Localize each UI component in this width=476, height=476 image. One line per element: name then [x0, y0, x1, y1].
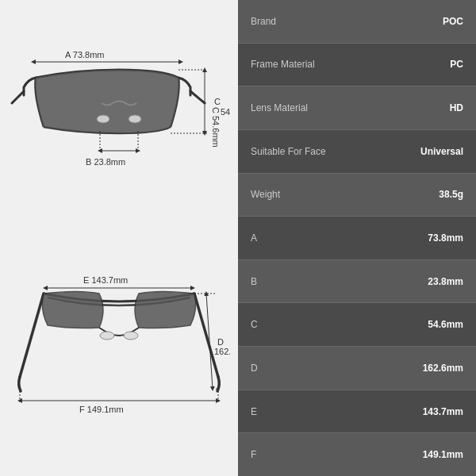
spec-value: 38.5g	[357, 189, 463, 200]
svg-line-15	[194, 294, 218, 377]
spec-label: F	[251, 449, 357, 460]
spec-label: Suitable For Face	[251, 146, 357, 157]
spec-value: 73.8mm	[357, 232, 463, 244]
svg-text:C: C	[214, 97, 221, 106]
svg-text:162.6mm: 162.6mm	[214, 347, 230, 356]
svg-line-14	[20, 294, 44, 377]
spec-value: 54.6mm	[357, 319, 463, 330]
spec-value: PC	[357, 59, 463, 70]
spec-value: HD	[357, 102, 463, 113]
svg-text:C  54.6mm: C 54.6mm	[211, 107, 221, 148]
spec-row-b: B23.8mm	[238, 260, 476, 304]
svg-point-16	[100, 332, 114, 340]
svg-text:B  23.8mm: B 23.8mm	[86, 157, 125, 167]
spec-row-brand: BrandPOC	[238, 0, 476, 44]
svg-text:D: D	[217, 337, 224, 347]
spec-label: A	[251, 232, 357, 244]
spec-row-lens-material: Lens MaterialHD	[238, 86, 476, 130]
spec-value: 23.8mm	[357, 276, 463, 287]
left-diagram-panel: A 73.8mm B 23.8mm C 54.6mm C 54.6mm	[0, 0, 238, 476]
spec-row-e: E143.7mm	[238, 390, 476, 434]
specs-panel: BrandPOCFrame MaterialPCLens MaterialHDS…	[238, 0, 476, 476]
bottom-glasses-diagram: D 162.6mm E 143.7mm F 149.1mm	[8, 262, 230, 436]
spec-value: 162.6mm	[357, 363, 463, 374]
svg-point-17	[124, 332, 138, 340]
spec-label: C	[251, 319, 357, 330]
spec-value: 149.1mm	[357, 449, 463, 460]
spec-row-weight: Weight38.5g	[238, 174, 476, 217]
spec-label: B	[251, 276, 357, 287]
svg-point-1	[129, 115, 141, 123]
svg-text:F  149.1mm: F 149.1mm	[79, 405, 124, 414]
svg-text:A  73.8mm: A 73.8mm	[65, 50, 105, 60]
spec-label: Frame Material	[251, 59, 357, 70]
spec-row-frame-material: Frame MaterialPC	[238, 44, 476, 87]
spec-value: POC	[357, 16, 463, 27]
spec-row-a: A73.8mm	[238, 217, 476, 260]
spec-row-c: C54.6mm	[238, 303, 476, 347]
svg-text:54.6mm: 54.6mm	[221, 107, 230, 117]
spec-label: Brand	[251, 16, 357, 27]
spec-value: Universal	[357, 146, 463, 157]
svg-text:E  143.7mm: E 143.7mm	[83, 275, 128, 285]
top-glasses-diagram: A 73.8mm B 23.8mm C 54.6mm C 54.6mm	[8, 40, 230, 214]
spec-label: E	[251, 406, 357, 417]
spec-row-d: D162.6mm	[238, 347, 476, 390]
spec-label: D	[251, 363, 357, 374]
spec-value: 143.7mm	[357, 406, 463, 417]
spec-row-f: F149.1mm	[238, 433, 476, 476]
svg-point-0	[97, 115, 109, 123]
spec-label: Lens Material	[251, 102, 357, 113]
spec-label: Weight	[251, 189, 357, 200]
spec-row-suitable-for-face: Suitable For FaceUniversal	[238, 130, 476, 174]
